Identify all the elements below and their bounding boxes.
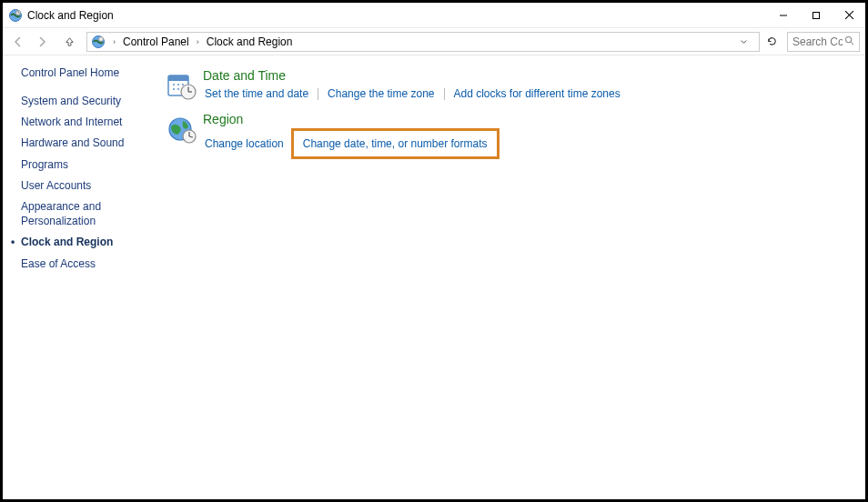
content-pane: Date and Time Set the time and date Chan… <box>165 55 865 499</box>
chevron-right-icon: › <box>113 37 116 46</box>
control-panel-home-link[interactable]: Control Panel Home <box>21 66 157 79</box>
category-title[interactable]: Date and Time <box>203 68 856 83</box>
link-set-time-date[interactable]: Set the time and date <box>203 85 310 103</box>
date-time-icon <box>167 70 197 101</box>
control-panel-icon <box>91 35 106 49</box>
sidebar-item-ease-of-access[interactable]: Ease of Access <box>21 256 157 271</box>
maximize-button[interactable] <box>800 3 833 27</box>
address-dropdown-button[interactable] <box>735 34 752 50</box>
link-separator <box>318 88 318 100</box>
breadcrumb-item[interactable]: Clock and Region <box>205 35 295 48</box>
sidebar-item-programs[interactable]: Programs <box>21 157 157 172</box>
category-region: Region Change location Change date, time… <box>167 112 856 159</box>
titlebar: Clock and Region <box>3 3 865 28</box>
minimize-button[interactable] <box>767 3 800 27</box>
chevron-right-icon: › <box>197 37 199 46</box>
address-bar: › Control Panel › Clock and Region <box>3 28 865 55</box>
search-icon <box>844 35 854 47</box>
link-change-location[interactable]: Change location <box>203 135 286 153</box>
sidebar-item-hardware-sound[interactable]: Hardware and Sound <box>21 136 157 150</box>
link-change-formats[interactable]: Change date, time, or number formats <box>301 135 490 153</box>
search-input[interactable] <box>792 35 843 48</box>
svg-line-11 <box>851 42 853 45</box>
sidebar-item-appearance[interactable]: Appearance and Personalization <box>21 199 157 228</box>
sidebar-item-network-internet[interactable]: Network and Internet <box>21 115 157 129</box>
window: Clock and Region <box>3 3 865 499</box>
sidebar: Control Panel Home System and Security N… <box>3 55 165 499</box>
back-button[interactable] <box>8 32 28 52</box>
svg-rect-5 <box>813 12 820 18</box>
refresh-button[interactable] <box>763 34 780 50</box>
window-controls <box>767 3 865 27</box>
search-box[interactable] <box>787 32 860 52</box>
svg-rect-13 <box>168 75 188 81</box>
sidebar-item-system-security[interactable]: System and Security <box>21 94 157 108</box>
highlighted-link-box: Change date, time, or number formats <box>291 128 500 159</box>
svg-point-9 <box>99 36 104 41</box>
region-icon <box>167 114 197 145</box>
link-change-time-zone[interactable]: Change the time zone <box>326 85 436 103</box>
window-title: Clock and Region <box>27 9 114 22</box>
sidebar-item-clock-region[interactable]: Clock and Region <box>21 235 157 249</box>
up-button[interactable] <box>59 32 79 52</box>
forward-button[interactable] <box>32 32 52 52</box>
breadcrumb[interactable]: › Control Panel › Clock and Region <box>86 32 760 52</box>
category-date-time: Date and Time Set the time and date Chan… <box>167 68 856 103</box>
breadcrumb-item[interactable]: Control Panel <box>121 35 191 48</box>
link-separator <box>444 88 445 100</box>
category-title[interactable]: Region <box>203 112 856 126</box>
svg-point-10 <box>845 36 851 42</box>
link-add-clocks[interactable]: Add clocks for different time zones <box>452 85 622 103</box>
control-panel-icon <box>8 8 23 23</box>
close-button[interactable] <box>833 3 865 27</box>
sidebar-item-user-accounts[interactable]: User Accounts <box>21 178 157 193</box>
